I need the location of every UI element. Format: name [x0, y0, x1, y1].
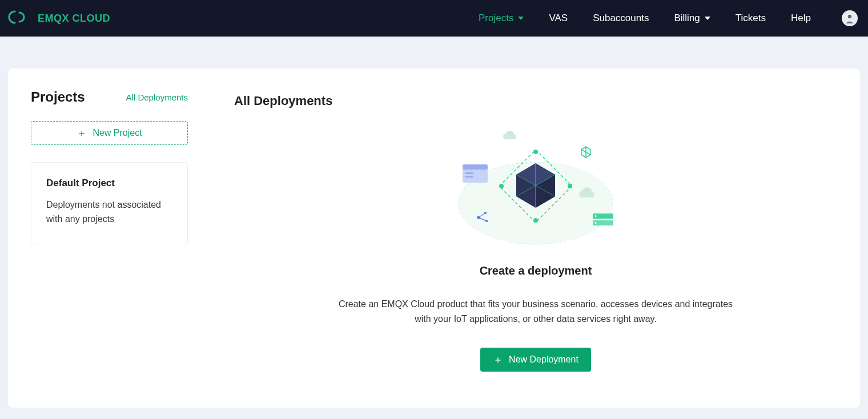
empty-desc: Create an EMQX Cloud product that fits y… — [330, 297, 741, 326]
project-card-desc: Deployments not associated with any proj… — [46, 198, 172, 227]
chevron-down-icon — [705, 17, 710, 20]
svg-point-6 — [533, 218, 538, 223]
brand-logo-icon — [6, 9, 30, 27]
new-project-label: New Project — [93, 128, 142, 138]
empty-state: Create a deployment Create an EMQX Cloud… — [234, 126, 837, 372]
plus-icon: ＋ — [77, 128, 87, 138]
nav-billing[interactable]: Billing — [674, 13, 710, 24]
brand-name: EMQX CLOUD — [38, 13, 110, 25]
main: All Deployments — [211, 69, 860, 408]
sidebar: Projects All Deployments ＋ New Project D… — [8, 69, 211, 408]
nav-projects[interactable]: Projects — [479, 13, 524, 24]
svg-point-23 — [595, 215, 597, 217]
nav-links: Projects VAS Subaccounts Billing Tickets… — [479, 10, 858, 26]
svg-point-1 — [848, 15, 851, 18]
svg-rect-17 — [465, 176, 473, 178]
top-nav: EMQX CLOUD Projects VAS Subaccounts Bill… — [0, 0, 868, 37]
svg-point-7 — [499, 184, 504, 188]
nav-vas[interactable]: VAS — [549, 13, 568, 24]
deployment-illustration — [450, 129, 621, 254]
brand[interactable]: EMQX CLOUD — [6, 9, 110, 27]
svg-point-24 — [595, 222, 597, 224]
plus-icon: ＋ — [493, 354, 503, 365]
avatar-icon — [843, 12, 856, 25]
content: Projects All Deployments ＋ New Project D… — [0, 37, 868, 419]
nav-billing-label: Billing — [674, 13, 700, 24]
svg-point-4 — [533, 150, 538, 154]
empty-heading: Create a deployment — [480, 264, 592, 277]
project-card-default[interactable]: Default Project Deployments not associat… — [31, 162, 188, 244]
user-avatar[interactable] — [842, 10, 858, 26]
nav-subaccounts[interactable]: Subaccounts — [593, 13, 649, 24]
svg-point-5 — [568, 184, 572, 188]
sidebar-head: Projects All Deployments — [31, 89, 188, 105]
panel: Projects All Deployments ＋ New Project D… — [8, 69, 860, 408]
all-deployments-link[interactable]: All Deployments — [126, 92, 188, 102]
nav-help[interactable]: Help — [791, 13, 811, 24]
nav-projects-label: Projects — [479, 13, 513, 24]
page-title: All Deployments — [234, 94, 837, 108]
sidebar-title: Projects — [31, 89, 85, 105]
nav-tickets[interactable]: Tickets — [736, 13, 766, 24]
svg-rect-15 — [463, 164, 488, 170]
project-card-title: Default Project — [46, 178, 172, 189]
new-project-button[interactable]: ＋ New Project — [31, 121, 188, 145]
svg-rect-16 — [465, 172, 473, 174]
chevron-down-icon — [518, 17, 524, 20]
new-deployment-label: New Deployment — [509, 354, 578, 365]
new-deployment-button[interactable]: ＋ New Deployment — [480, 348, 591, 372]
